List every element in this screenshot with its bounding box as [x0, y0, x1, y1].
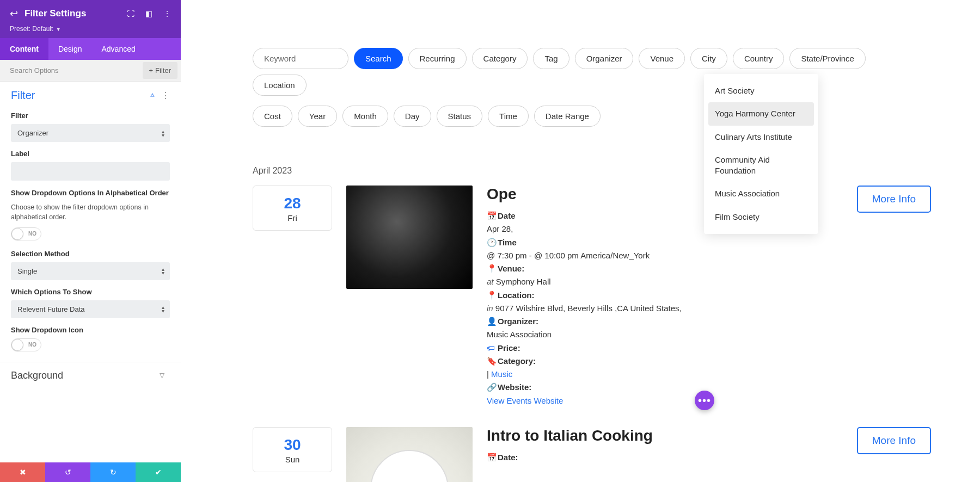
date-number: 28 — [253, 195, 332, 212]
year-pill[interactable]: Year — [298, 106, 337, 127]
location-label: Location: — [498, 291, 535, 300]
label-input[interactable] — [11, 162, 170, 181]
selection-method-label: Selection Method — [11, 250, 170, 258]
settings-sidebar: ↩ Filter Settings ⛶ ◧ ⋮ Preset: Default … — [0, 0, 181, 482]
tab-design[interactable]: Design — [48, 38, 92, 60]
settings-tabs: Content Design Advanced — [0, 38, 181, 60]
caret-down-icon: ▼ — [56, 27, 61, 32]
venue-pill[interactable]: Venue — [639, 48, 685, 69]
pin-icon: 📍 — [487, 263, 495, 274]
organizer-label: Organizer: — [498, 317, 538, 326]
sidebar-body: Filter ㅿ ⋮ Filter Organizer ▴▾ Label Sho… — [0, 82, 181, 462]
discard-button[interactable]: ✖ — [0, 462, 45, 482]
section-filter-body: Filter Organizer ▴▾ Label Show Dropdown … — [0, 112, 181, 362]
more-icon[interactable]: ⋮ — [163, 9, 171, 18]
expand-icon[interactable]: ⛶ — [127, 9, 134, 18]
selection-method-select[interactable]: Single ▴▾ — [11, 262, 170, 280]
day-pill[interactable]: Day — [394, 106, 431, 127]
month-pill[interactable]: Month — [342, 106, 388, 127]
location-value: 9077 Wilshire Blvd, Beverly Hills ,CA Un… — [495, 304, 682, 313]
organizer-option-selected[interactable]: Yoga Harmony Center — [708, 102, 814, 125]
selection-method-value: Single — [17, 267, 37, 275]
time-value: @ 7:30 pm - @ 10:00 pm America/New_York — [487, 250, 843, 261]
organizer-option[interactable]: Culinary Arts Institute — [704, 126, 818, 149]
alpha-order-title: Show Dropdown Options In Alphabetical Or… — [11, 188, 170, 198]
category-sep: | — [487, 369, 489, 379]
event-date-card: 30 Sun — [253, 427, 332, 472]
event-title: Intro to Italian Cooking — [487, 427, 843, 444]
section-menu-icon[interactable]: ⋮ — [161, 90, 170, 101]
preset-selector[interactable]: Preset: Default ▼ — [0, 25, 181, 38]
keyword-pill[interactable]: Keyword — [253, 48, 348, 69]
filter-field-label: Filter — [11, 112, 170, 120]
recurring-pill[interactable]: Recurring — [408, 48, 467, 69]
sidebar-footer: ✖ ↺ ↻ ✔ — [0, 462, 181, 482]
location-prefix: in — [487, 304, 493, 313]
website-link[interactable]: View Events Website — [487, 396, 563, 405]
search-pill[interactable]: Search — [354, 48, 403, 69]
status-pill[interactable]: Status — [437, 106, 483, 127]
which-options-select[interactable]: Relevent Future Data ▴▾ — [11, 300, 170, 318]
redo-button[interactable]: ↻ — [90, 462, 136, 482]
back-icon[interactable]: ↩ — [10, 8, 18, 20]
show-dropdown-icon-toggle[interactable]: NO — [11, 338, 41, 351]
category-link[interactable]: Music — [491, 369, 512, 379]
section-background-title: Background — [11, 370, 160, 381]
preview-pane: Keyword Search Recurring Category Tag Or… — [181, 0, 980, 482]
time-pill[interactable]: Time — [488, 106, 529, 127]
venue-label: Venue: — [498, 264, 524, 273]
venue-value: Symphony Hall — [496, 277, 551, 286]
chevron-up-icon: ㅿ — [149, 91, 156, 100]
state-pill[interactable]: State/Province — [789, 48, 866, 69]
preset-label: Preset: Default — [10, 25, 53, 33]
sidebar-header: ↩ Filter Settings ⛶ ◧ ⋮ — [0, 0, 181, 25]
organizer-option[interactable]: Community Aid Foundation — [704, 149, 818, 183]
location-pill[interactable]: Location — [253, 75, 307, 96]
event-image — [346, 427, 473, 482]
add-filter-button[interactable]: + Filter — [143, 62, 177, 79]
undo-button[interactable]: ↺ — [45, 462, 90, 482]
tab-content[interactable]: Content — [0, 38, 48, 60]
select-arrows-icon: ▴▾ — [162, 267, 164, 275]
section-filter-header[interactable]: Filter ㅿ ⋮ — [0, 82, 181, 109]
toggle-label-no: NO — [28, 231, 36, 237]
panel-icon[interactable]: ◧ — [145, 9, 152, 18]
alpha-order-toggle[interactable]: NO — [11, 227, 41, 240]
event-card: 28 Fri Ope 📅Date Apr 28, 🕐Time @ 7:30 pm… — [253, 186, 931, 409]
organizer-pill[interactable]: Organizer — [575, 48, 634, 69]
category-pill[interactable]: Category — [472, 48, 528, 69]
calendar-icon: 📅 — [487, 452, 495, 463]
organizer-value: Music Association — [487, 329, 843, 340]
chevron-down-icon: ▽ — [160, 372, 164, 379]
label-field-label: Label — [11, 150, 170, 158]
show-dropdown-icon-label: Show Dropdown Icon — [11, 326, 170, 334]
organizer-option[interactable]: Film Society — [704, 206, 818, 228]
tab-advanced[interactable]: Advanced — [91, 38, 145, 60]
organizer-option[interactable]: Music Association — [704, 182, 818, 205]
tag-pill[interactable]: Tag — [533, 48, 569, 69]
date-label: Date: — [498, 453, 518, 462]
organizer-option[interactable]: Art Society — [704, 79, 818, 102]
event-date-card: 28 Fri — [253, 186, 332, 231]
category-label: Category: — [498, 356, 536, 366]
pin-icon: 📍 — [487, 290, 495, 301]
event-details: Intro to Italian Cooking 📅Date: — [487, 427, 843, 465]
save-button[interactable]: ✔ — [136, 462, 181, 482]
daterange-pill[interactable]: Date Range — [534, 106, 601, 127]
time-label: Time — [498, 238, 517, 247]
filter-select[interactable]: Organizer ▴▾ — [11, 124, 170, 142]
event-image — [346, 186, 473, 289]
city-pill[interactable]: City — [690, 48, 727, 69]
which-options-label: Which Options To Show — [11, 288, 170, 296]
country-pill[interactable]: Country — [733, 48, 785, 69]
date-number: 30 — [253, 436, 332, 454]
search-options-input[interactable] — [0, 60, 143, 81]
more-info-button[interactable]: More Info — [857, 427, 931, 454]
fab-more-icon[interactable]: ••• — [695, 391, 714, 410]
cost-pill[interactable]: Cost — [253, 106, 292, 127]
date-day: Fri — [253, 213, 332, 223]
section-background-header[interactable]: Background ▽ — [0, 362, 181, 389]
select-arrows-icon: ▴▾ — [162, 305, 164, 313]
website-label: Website: — [498, 382, 531, 392]
more-info-button[interactable]: More Info — [857, 186, 931, 213]
